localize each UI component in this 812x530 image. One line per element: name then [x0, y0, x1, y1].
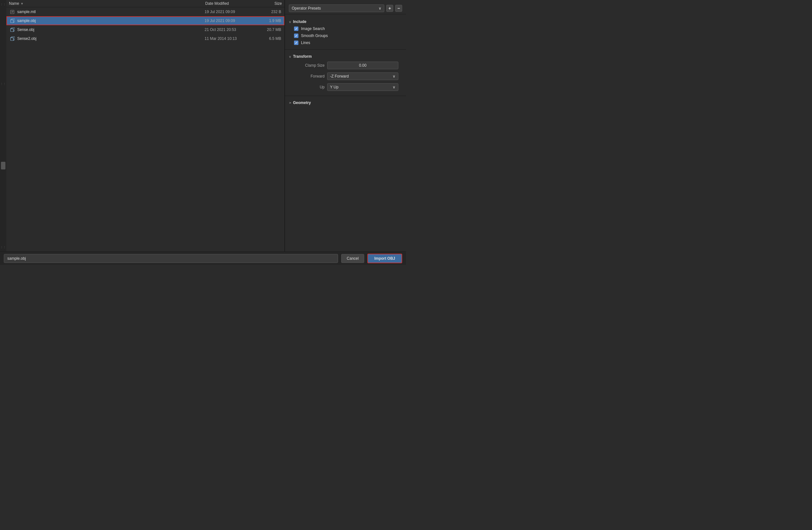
strip-dots-top: ⋮⋮	[0, 2, 6, 6]
file-date-label: 11 Mar 2014 10:13	[205, 36, 256, 41]
svg-rect-7	[11, 29, 13, 32]
file-list: sample.mtl19 Jul 2021 09:09232 B sample.…	[6, 8, 285, 251]
smooth-groups-label: Smooth Groups	[301, 33, 328, 38]
include-chevron-icon: ∨	[289, 20, 291, 24]
file-name-label: sample.mtl	[17, 10, 205, 14]
image-search-checkbox[interactable]	[294, 27, 299, 31]
presets-label: Operator Presets	[292, 6, 321, 11]
file-size-label: 20.7 MB	[256, 27, 281, 32]
divider-2	[285, 96, 406, 96]
strip-dots-bottom: ⋮⋮	[0, 245, 6, 249]
file-name-label: Sense.obj	[17, 27, 205, 32]
transform-section-title: Transform	[293, 54, 312, 59]
up-value: Y Up	[330, 85, 338, 89]
svg-rect-4	[11, 20, 13, 23]
add-preset-button[interactable]: +	[386, 5, 393, 12]
scroll-handle[interactable]	[1, 162, 5, 170]
table-row[interactable]: sample.mtl19 Jul 2021 09:09232 B	[6, 8, 285, 16]
up-select[interactable]: Y Up ∨	[327, 83, 398, 91]
svg-rect-10	[11, 38, 13, 41]
clamp-size-row: Clamp Size 0.00	[289, 60, 402, 71]
geometry-section-title: Geometry	[293, 101, 311, 105]
forward-chevron-icon: ∨	[393, 74, 395, 78]
table-header: Name ▼ Date Modified Size	[6, 0, 285, 8]
include-section: ∨ Include Image Search Smooth Groups Lin…	[285, 17, 406, 47]
lines-option: Lines	[289, 39, 402, 46]
forward-row: Forward -Z Forward ∨	[289, 71, 402, 82]
date-col-label: Date Modified	[205, 1, 229, 6]
table-row[interactable]: Sense.obj21 Oct 2021 20:5320.7 MB	[6, 25, 285, 34]
geometry-section-header[interactable]: ∨ Geometry	[289, 99, 402, 106]
presets-chevron-icon: ∨	[379, 6, 381, 11]
filename-input[interactable]	[4, 254, 338, 263]
file-size-label: 232 B	[256, 10, 281, 14]
main-layout: ⋮⋮ ⋮⋮ ⋮⋮ Name ▼ Date Modified Size	[0, 0, 406, 251]
mtl-file-icon	[10, 9, 15, 15]
cancel-button[interactable]: Cancel	[341, 254, 364, 263]
smooth-groups-option: Smooth Groups	[289, 32, 402, 39]
lines-checkbox[interactable]	[294, 41, 299, 45]
bottom-bar: Cancel Import OBJ	[0, 251, 406, 265]
lines-label: Lines	[301, 41, 310, 45]
transform-section-header[interactable]: ∨ Transform	[289, 53, 402, 60]
size-column-header[interactable]: Size	[256, 1, 282, 6]
up-row: Up Y Up ∨	[289, 82, 402, 92]
transform-section: ∨ Transform Clamp Size 0.00 Forward -Z F…	[285, 52, 406, 94]
divider-1	[285, 49, 406, 50]
up-label: Up	[293, 85, 324, 89]
table-row[interactable]: sample.obj19 Jul 2021 09:091.9 MB	[6, 16, 285, 25]
transform-chevron-icon: ∨	[289, 55, 291, 58]
obj-file-icon	[10, 27, 15, 32]
geometry-chevron-icon: ∨	[288, 102, 292, 104]
table-row[interactable]: Sense2.obj11 Mar 2014 10:136.5 MB	[6, 34, 285, 43]
import-obj-button[interactable]: Import OBJ	[367, 254, 402, 263]
forward-value: -Z Forward	[330, 74, 349, 78]
strip-dots-mid: ⋮⋮	[0, 82, 6, 86]
file-date-label: 19 Jul 2021 09:09	[205, 10, 256, 14]
file-date-label: 21 Oct 2021 20:53	[205, 27, 256, 32]
clamp-size-input[interactable]: 0.00	[327, 62, 398, 69]
geometry-section: ∨ Geometry	[285, 98, 406, 107]
obj-file-icon	[10, 36, 15, 42]
clamp-size-label: Clamp Size	[293, 63, 324, 68]
image-search-label: Image Search	[301, 27, 325, 31]
size-col-label: Size	[275, 1, 282, 6]
presets-bar: Operator Presets ∨ + −	[285, 2, 406, 14]
operator-presets-select[interactable]: Operator Presets ∨	[289, 4, 384, 12]
forward-select[interactable]: -Z Forward ∨	[327, 72, 398, 80]
name-column-header[interactable]: Name ▼	[9, 1, 205, 6]
obj-file-icon	[10, 18, 15, 24]
include-section-header[interactable]: ∨ Include	[289, 18, 402, 25]
right-panel: Operator Presets ∨ + − ∨ Include Image S…	[285, 0, 406, 251]
date-column-header[interactable]: Date Modified	[205, 1, 256, 6]
file-name-label: Sense2.obj	[17, 36, 205, 41]
include-section-title: Include	[293, 19, 306, 24]
image-search-option: Image Search	[289, 25, 402, 32]
sort-arrow-icon: ▼	[20, 2, 24, 5]
file-name-label: sample.obj	[17, 18, 205, 23]
file-size-label: 6.5 MB	[256, 36, 281, 41]
remove-preset-button[interactable]: −	[395, 5, 402, 12]
name-col-label: Name	[9, 1, 19, 6]
smooth-groups-checkbox[interactable]	[294, 33, 299, 38]
file-size-label: 1.9 MB	[256, 18, 281, 23]
forward-label: Forward	[293, 74, 324, 78]
file-browser: Name ▼ Date Modified Size sample.mtl19 J…	[6, 0, 285, 251]
file-date-label: 19 Jul 2021 09:09	[205, 18, 256, 23]
up-chevron-icon: ∨	[393, 85, 395, 89]
left-sidebar-strip: ⋮⋮ ⋮⋮ ⋮⋮	[0, 0, 6, 251]
